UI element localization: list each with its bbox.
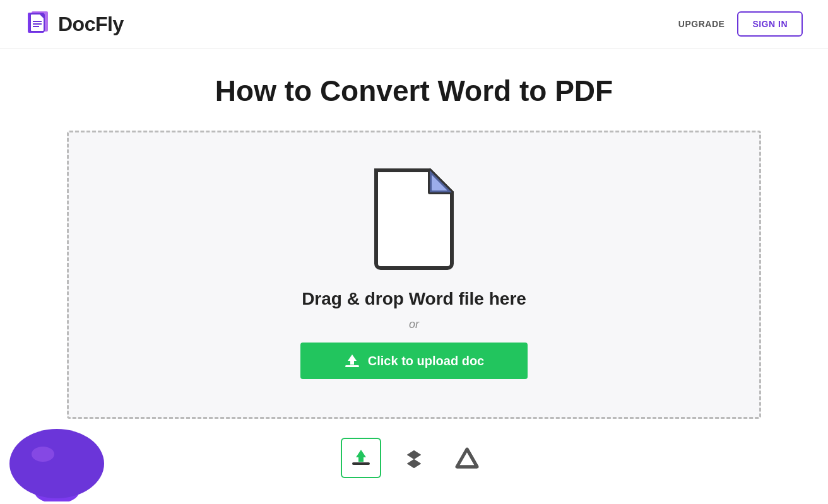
sign-in-button[interactable]: SIGN IN [737, 11, 803, 37]
main-content: How to Convert Word to PDF Drag & drop W… [0, 49, 828, 497]
dropbox-icon [400, 444, 428, 472]
or-text: or [409, 318, 419, 331]
docfly-logo-icon [25, 10, 53, 38]
svg-marker-12 [407, 459, 421, 468]
upload-icon [344, 353, 360, 369]
google-drive-icon [453, 444, 481, 472]
svg-point-18 [9, 429, 104, 498]
computer-upload-icon [350, 447, 372, 469]
upload-button-label: Click to upload doc [368, 354, 484, 368]
upload-computer-button[interactable] [341, 438, 381, 478]
svg-line-14 [467, 449, 477, 467]
svg-point-19 [32, 447, 54, 462]
mascot [0, 419, 114, 504]
drop-zone[interactable]: Drag & drop Word file here or Click to u… [67, 131, 761, 419]
svg-rect-8 [352, 462, 370, 465]
dropbox-button[interactable] [394, 438, 434, 478]
logo-text: DocFly [58, 13, 124, 36]
svg-rect-6 [345, 365, 359, 367]
file-icon-wrapper [364, 164, 464, 274]
header: DocFly UPGRADE SIGN IN [0, 0, 828, 49]
document-icon [364, 164, 464, 271]
upgrade-link[interactable]: UPGRADE [678, 19, 725, 29]
header-actions: UPGRADE SIGN IN [678, 11, 803, 37]
page-title: How to Convert Word to PDF [215, 74, 613, 108]
drag-drop-text: Drag & drop Word file here [302, 289, 526, 309]
upload-button[interactable]: Click to upload doc [300, 343, 528, 379]
svg-marker-11 [407, 450, 421, 459]
svg-marker-7 [348, 355, 357, 365]
logo[interactable]: DocFly [25, 10, 124, 38]
svg-marker-9 [356, 450, 366, 462]
mascot-icon [0, 419, 114, 501]
bottom-icons [341, 438, 487, 478]
google-drive-button[interactable] [447, 438, 487, 478]
